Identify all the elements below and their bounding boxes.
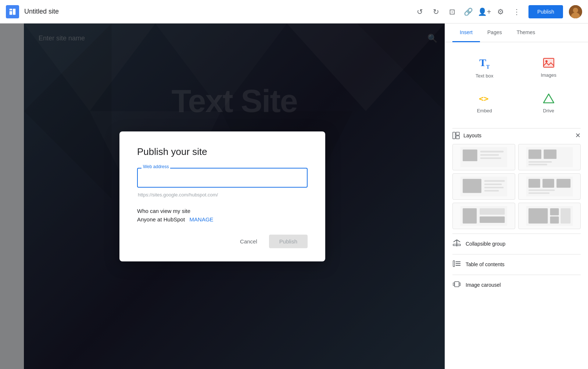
tab-pages[interactable]: Pages xyxy=(480,23,509,42)
textbox-icon: TT xyxy=(479,57,490,70)
carousel-icon xyxy=(452,280,461,290)
svg-rect-33 xyxy=(484,180,505,182)
svg-point-4 xyxy=(573,8,578,13)
web-address-input[interactable] xyxy=(137,168,308,188)
manage-link[interactable]: MANAGE xyxy=(190,216,214,223)
more-button[interactable]: ⋮ xyxy=(509,4,524,19)
svg-rect-36 xyxy=(484,190,499,191)
dialog-title: Publish your site xyxy=(137,146,308,158)
publish-button[interactable]: Publish xyxy=(528,5,563,18)
svg-rect-27 xyxy=(528,149,541,159)
svg-rect-42 xyxy=(528,192,549,193)
dialog-overlay: Publish your site Web address https://si… xyxy=(0,23,445,369)
undo-button[interactable]: ↺ xyxy=(412,4,427,19)
app-logo xyxy=(6,5,19,18)
svg-rect-0 xyxy=(10,8,12,10)
svg-text:<>: <> xyxy=(479,94,489,103)
insert-grid: TT Text box Images xyxy=(452,50,581,121)
svg-rect-25 xyxy=(480,157,501,159)
images-label: Images xyxy=(541,72,556,78)
carousel-label: Image carousel xyxy=(466,282,501,288)
topbar: Untitled site ↺ ↻ ⊡ 🔗 👤+ ⚙ ⋮ Publish xyxy=(0,0,588,23)
sidebar-collapsible-group[interactable]: Collapsible group xyxy=(452,234,581,254)
svg-marker-17 xyxy=(544,94,554,103)
sidebar-tabs: Insert Pages Themes xyxy=(445,23,588,42)
tab-themes[interactable]: Themes xyxy=(509,23,543,42)
layouts-header: Layouts ✕ xyxy=(452,128,581,144)
layouts-title-row: Layouts xyxy=(452,132,481,139)
svg-rect-44 xyxy=(463,208,477,223)
svg-rect-56 xyxy=(453,261,455,267)
sidebar-image-carousel[interactable]: Image carousel xyxy=(452,275,581,295)
svg-rect-34 xyxy=(484,184,502,185)
collapsible-icon xyxy=(452,239,461,249)
svg-rect-22 xyxy=(463,149,477,161)
svg-rect-50 xyxy=(550,216,559,223)
layouts-close[interactable]: ✕ xyxy=(575,131,581,140)
svg-rect-51 xyxy=(560,208,570,223)
svg-line-53 xyxy=(453,240,457,242)
publish-dialog: Publish your site Web address https://si… xyxy=(119,131,325,261)
images-icon xyxy=(543,58,555,69)
svg-rect-60 xyxy=(455,282,459,287)
redo-button[interactable]: ↻ xyxy=(429,4,443,19)
layout-card-5[interactable] xyxy=(452,203,515,229)
svg-rect-28 xyxy=(544,149,556,159)
layout-card-1[interactable] xyxy=(452,144,515,170)
svg-line-54 xyxy=(457,240,460,242)
svg-rect-19 xyxy=(456,132,459,135)
cancel-button[interactable]: Cancel xyxy=(233,235,265,248)
avatar[interactable] xyxy=(569,5,582,18)
preview-button[interactable]: ⊡ xyxy=(445,4,459,19)
topbar-actions: ↺ ↻ ⊡ 🔗 👤+ ⚙ ⋮ Publish xyxy=(412,4,582,19)
svg-rect-29 xyxy=(528,161,552,163)
insert-textbox[interactable]: TT Text box xyxy=(452,50,517,86)
svg-rect-24 xyxy=(480,154,499,156)
web-address-field-wrapper: Web address xyxy=(137,168,308,188)
visibility-section: Who can view my site Anyone at HubSpot M… xyxy=(137,208,308,223)
svg-rect-39 xyxy=(542,179,554,188)
svg-rect-23 xyxy=(480,151,504,152)
web-address-label: Web address xyxy=(141,164,170,169)
insert-embed[interactable]: <> Embed xyxy=(452,86,517,121)
svg-rect-20 xyxy=(456,136,459,139)
svg-rect-46 xyxy=(480,216,505,223)
layout-card-2[interactable] xyxy=(518,144,581,170)
share-button[interactable]: 👤+ xyxy=(477,4,492,19)
svg-rect-35 xyxy=(484,187,503,188)
drive-icon xyxy=(543,93,555,105)
url-hint: https://sites.google.com/hubspot.com/ xyxy=(137,192,308,198)
svg-point-15 xyxy=(545,60,548,62)
layouts-label: Layouts xyxy=(463,133,481,138)
tab-insert[interactable]: Insert xyxy=(452,23,480,42)
dialog-publish-button[interactable]: Publish xyxy=(269,235,308,248)
main-layout: Enter site name 🔍 Text Site Publish your… xyxy=(0,23,588,369)
dialog-actions: Cancel Publish xyxy=(137,235,308,248)
svg-rect-38 xyxy=(528,179,540,188)
sidebar: Insert Pages Themes TT Text box xyxy=(445,23,588,369)
sidebar-table-of-contents[interactable]: Table of contents xyxy=(452,254,581,275)
toc-label: Table of contents xyxy=(466,261,505,267)
svg-rect-30 xyxy=(528,164,547,165)
insert-drive[interactable]: Drive xyxy=(517,86,581,121)
svg-rect-32 xyxy=(463,179,481,193)
sidebar-content: TT Text box Images xyxy=(445,42,588,369)
layouts-grid xyxy=(452,144,581,229)
settings-button[interactable]: ⚙ xyxy=(493,4,508,19)
insert-images[interactable]: Images xyxy=(517,50,581,86)
svg-rect-49 xyxy=(550,208,559,215)
svg-rect-18 xyxy=(453,132,455,139)
svg-rect-1 xyxy=(10,11,12,15)
svg-rect-62 xyxy=(459,283,460,286)
collapsible-label: Collapsible group xyxy=(466,241,505,247)
svg-rect-40 xyxy=(556,179,570,188)
textbox-label: Text box xyxy=(476,73,493,79)
link-button[interactable]: 🔗 xyxy=(461,4,476,19)
layout-card-4[interactable] xyxy=(518,173,581,200)
drive-label: Drive xyxy=(543,108,554,113)
layout-card-3[interactable] xyxy=(452,173,515,200)
svg-rect-13 xyxy=(543,58,555,68)
layout-card-6[interactable] xyxy=(518,203,581,229)
svg-rect-41 xyxy=(528,189,555,191)
canvas-area: Enter site name 🔍 Text Site Publish your… xyxy=(0,23,445,369)
